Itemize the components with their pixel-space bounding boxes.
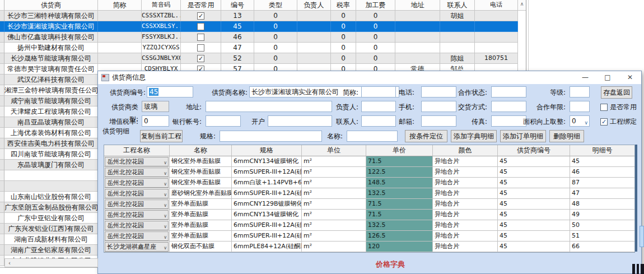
common-checkbox-cell[interactable]: ✓ xyxy=(181,53,221,64)
project-combo[interactable]: 岳州北控花园∨ xyxy=(105,221,169,230)
supplier-row[interactable]: 上海优泰装饰材料有限公司 xyxy=(0,128,98,138)
checkbox-checked-icon[interactable]: ✓ xyxy=(600,118,608,126)
project-combo[interactable]: 岳州北控花园∨ xyxy=(105,189,169,198)
add-dictionary-detail-button[interactable]: 添加字典明细 xyxy=(451,130,497,142)
checkbox-icon[interactable]: ✓ xyxy=(197,12,204,20)
project-name-cell[interactable]: 岳州北控花园∨ xyxy=(104,167,170,178)
row-header-cell[interactable] xyxy=(0,32,4,43)
supplier-row[interactable] xyxy=(0,170,98,181)
detail-grid-row[interactable]: 岳州北控花园∨钢化室外单面贴膜6mmSUPER-III+12A(硅...m²12… xyxy=(104,167,634,178)
spec-input[interactable] xyxy=(220,131,322,142)
common-checkbox-cell[interactable]: ✓ xyxy=(181,11,221,21)
save-return-button[interactable]: 存盘返回 xyxy=(601,86,632,99)
row-header-cell[interactable] xyxy=(0,138,4,149)
row-header-cell[interactable] xyxy=(0,96,4,106)
row-header-cell[interactable] xyxy=(0,21,4,32)
supplier-row[interactable]: 四川南玻节能玻璃有限公司 xyxy=(0,149,98,160)
supplier-row[interactable]: 南昌亚晶玻璃有限公司 xyxy=(0,117,98,128)
supplier-row[interactable]: 咸宁南玻节能玻璃有限公司 xyxy=(0,96,98,106)
checkbox-icon[interactable]: ✓ xyxy=(197,55,204,62)
row-header-cell[interactable] xyxy=(0,202,4,213)
project-name-cell[interactable]: 长沙龙湖祺鑫星座∨ xyxy=(104,242,170,252)
project-bind-checkbox-group[interactable]: ✓ 工程绑定 xyxy=(600,117,637,127)
detail-grid-row[interactable]: 岳州北控花园∨室外单面贴膜6mmCNY134镀膜钢化m²71.5异地合片4549 xyxy=(104,210,634,220)
supplier-row[interactable]: 广东坚朗五金制品股份有限公司 xyxy=(0,202,98,213)
chevron-down-icon[interactable]: ∨ xyxy=(164,233,167,242)
row-header-cell[interactable] xyxy=(0,160,4,170)
dialog-titlebar[interactable]: 供货商信息 — □ ✕ xyxy=(98,71,641,84)
grid-vertical-scrollbar[interactable] xyxy=(635,145,637,252)
project-combo[interactable]: 岳州北控花园∨ xyxy=(105,231,169,241)
row-header-cell[interactable] xyxy=(0,64,4,75)
detail-grid-row[interactable]: 长沙龙湖祺鑫星座∨钢化双面不贴膜6mmPLE84+12A(硅酮胶...m²120… xyxy=(104,242,634,252)
row-header-cell[interactable] xyxy=(0,11,4,21)
common-checkbox-cell[interactable] xyxy=(181,43,221,53)
checkbox-icon[interactable] xyxy=(197,34,204,41)
bank-account-field[interactable] xyxy=(206,115,241,127)
row-header-cell[interactable] xyxy=(0,192,4,202)
supplier-row[interactable]: 湖南广亚全铝家居有限公司 xyxy=(0,245,98,256)
horizontal-scrollbar[interactable]: ‹ xyxy=(4,258,98,267)
chevron-down-icon[interactable]: ∨ xyxy=(164,212,167,220)
checkbox-icon[interactable] xyxy=(197,44,204,52)
detail-grid-row[interactable]: 岳州北控花园∨磨砂钢化室外单面贴膜6mmSUPER-III+12A(硅...m²… xyxy=(104,188,634,199)
detail-grid-row[interactable]: 岳州北控花园∨室外单面贴膜6mmSUPER-III+12A(硅...m²132.… xyxy=(104,220,634,231)
name-input[interactable] xyxy=(347,131,398,142)
supplier-row[interactable]: 长沙晟格节能玻璃有限公司CSSGJNBLYXGS✓52000陈姐180751 xyxy=(0,53,526,64)
project-name-cell[interactable]: 岳州北控花园∨ xyxy=(104,199,170,210)
row-header-cell[interactable] xyxy=(0,213,4,224)
row-header-cell[interactable] xyxy=(0,43,4,53)
locate-by-condition-button[interactable]: 按条件定位 xyxy=(405,130,447,142)
detail-grid-row[interactable]: 岳州北控花园∨钢化室外单面贴膜6mmCNY134镀膜钢化m²71.5异地合片45… xyxy=(104,156,634,167)
common-checkbox-cell[interactable] xyxy=(181,32,221,43)
project-combo[interactable]: 岳州北控花园∨ xyxy=(105,178,169,188)
row-header-cell[interactable] xyxy=(0,128,4,138)
project-name-cell[interactable]: 岳州北控花园∨ xyxy=(104,231,170,242)
chevron-down-icon[interactable]: ∨ xyxy=(164,244,167,252)
common-checkbox-cell[interactable] xyxy=(181,21,221,32)
add-order-detail-button[interactable]: 添加订单明细 xyxy=(500,130,546,142)
supplier-row[interactable]: 长沙市三湘特种玻璃有限公司CSSSXTZBL...✓13000胡姐 xyxy=(0,11,526,21)
grade-field[interactable] xyxy=(570,86,590,97)
chevron-down-icon[interactable]: ∨ xyxy=(164,180,167,188)
row-header-cell[interactable] xyxy=(0,256,4,266)
checkbox-icon[interactable] xyxy=(600,104,608,111)
maximize-icon[interactable]: □ xyxy=(596,71,619,84)
row-header-cell[interactable] xyxy=(0,170,4,181)
delete-detail-button[interactable]: 删除明细 xyxy=(549,130,584,142)
supplier-row[interactable]: 广东中亚铝业有限公司 xyxy=(0,213,98,224)
row-header-cell[interactable] xyxy=(0,234,4,245)
detail-grid-row[interactable]: 岳州北控花园∨室外单面贴膜6mmCNY129B镀膜钢化m²71.5异地合片454… xyxy=(104,199,634,210)
supplier-row[interactable]: 武汉亿泽科技有限公司 xyxy=(0,75,98,85)
detail-grid-row[interactable]: 岳州北控花园∨钢化室外单面贴膜6mm白玻+1.14PVB+6mm...m²148… xyxy=(104,178,634,188)
row-header-cell[interactable] xyxy=(0,106,4,117)
row-header-cell[interactable] xyxy=(0,224,4,234)
project-combo[interactable]: 岳州北控花园∨ xyxy=(105,157,169,166)
close-icon[interactable]: ✕ xyxy=(619,71,641,84)
coop-years-field[interactable] xyxy=(570,101,590,112)
chevron-down-icon[interactable]: ∨ xyxy=(164,159,167,167)
project-name-cell[interactable]: 岳州北控花园∨ xyxy=(104,156,170,167)
supplier-row[interactable]: 湘潭三金特种玻璃有限责任公司 xyxy=(0,85,98,96)
project-name-cell[interactable]: 岳州北控花园∨ xyxy=(104,178,170,188)
common-use-checkbox-group[interactable]: 是否常用 xyxy=(600,103,637,112)
row-header-cell[interactable] xyxy=(0,181,4,192)
scroll-up-icon[interactable]: ∧ xyxy=(518,0,526,11)
row-header-cell[interactable] xyxy=(0,117,4,128)
round-up-dropdown[interactable]: 0∨ xyxy=(570,115,590,127)
supplier-row[interactable]: 西安佳吉美电力科技有限公司 xyxy=(0,138,98,149)
chevron-down-icon[interactable]: ∨ xyxy=(164,169,167,178)
checkbox-icon[interactable] xyxy=(197,23,204,30)
supplier-row[interactable] xyxy=(0,181,98,192)
project-combo[interactable]: 岳州北控花园∨ xyxy=(105,199,169,209)
project-combo[interactable]: 岳州北控花园∨ xyxy=(105,210,169,220)
project-name-cell[interactable]: 岳州北控花园∨ xyxy=(104,188,170,199)
supplier-row[interactable]: 扬州中勤建材有限公司YZZQJCYXGS47000 xyxy=(0,43,526,53)
project-name-cell[interactable]: 岳州北控花园∨ xyxy=(104,220,170,231)
supplier-row[interactable]: 湖南百成新材料有限公司 xyxy=(0,234,98,245)
row-header-cell[interactable] xyxy=(0,149,4,160)
supplier-row[interactable]: 东晶玻璃厦门有限公司 xyxy=(0,160,98,170)
row-header-cell[interactable] xyxy=(0,53,4,64)
row-header-cell[interactable] xyxy=(0,245,4,256)
scroll-left-icon[interactable]: ‹ xyxy=(5,260,14,266)
